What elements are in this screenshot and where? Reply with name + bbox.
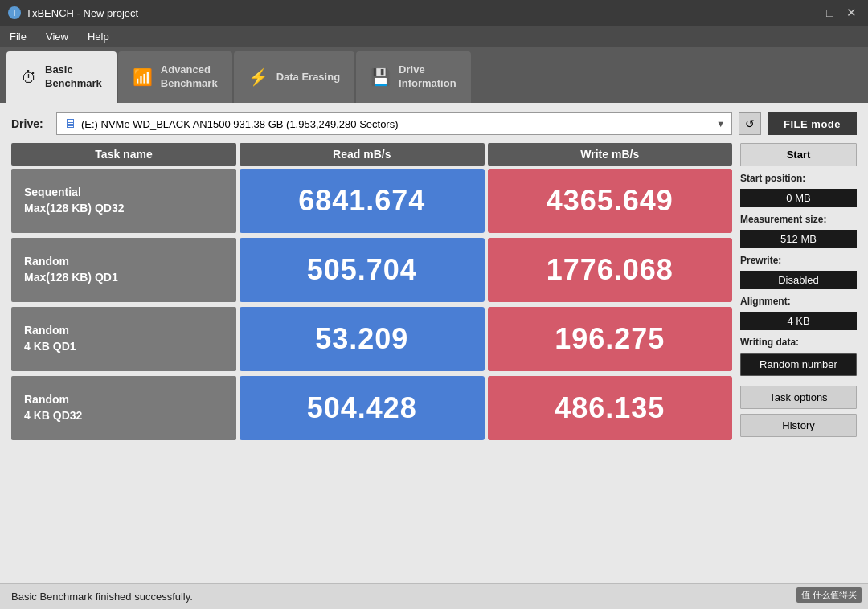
- menu-help[interactable]: Help: [84, 29, 113, 44]
- row-3-read: 504.428: [240, 376, 485, 440]
- col-header-write: Write mB/s: [488, 143, 733, 166]
- window-title: TxBENCH - New project: [26, 7, 138, 19]
- title-bar: T TxBENCH - New project — □ ✕: [0, 0, 868, 26]
- row-0-write: 4365.649: [488, 169, 733, 233]
- tab-basic-label: BasicBenchmark: [45, 63, 102, 91]
- tab-info-label: DriveInformation: [399, 63, 457, 91]
- drive-refresh-button[interactable]: ↺: [739, 112, 761, 135]
- measurement-size-value: 512 MB: [740, 230, 857, 248]
- col-header-taskname: Task name: [11, 143, 236, 166]
- table-row: Random4 KB QD1 53.209 196.275: [11, 307, 732, 371]
- menu-view[interactable]: View: [43, 29, 72, 44]
- prewrite-label: Prewrite:: [740, 255, 857, 266]
- close-button[interactable]: ✕: [843, 6, 860, 20]
- alignment-value: 4 KB: [740, 312, 857, 330]
- right-panel: Start Start position: 0 MB Measurement s…: [740, 143, 857, 575]
- benchmark-table: Task name Read mB/s Write mB/s Sequentia…: [11, 143, 732, 575]
- title-bar-controls: — □ ✕: [798, 6, 860, 20]
- prewrite-value: Disabled: [740, 271, 857, 289]
- row-2-read: 53.209: [240, 307, 485, 371]
- main-content: Drive: 🖥 (E:) NVMe WD_BLACK AN1500 931.3…: [0, 103, 868, 583]
- tab-drive-info[interactable]: 💾 DriveInformation: [356, 51, 471, 103]
- table-header: Task name Read mB/s Write mB/s: [11, 143, 732, 166]
- task-options-button[interactable]: Task options: [740, 386, 857, 409]
- drive-icon: 🖥: [63, 116, 76, 131]
- table-row: RandomMax(128 KB) QD1 505.704 1776.068: [11, 238, 732, 302]
- drive-select[interactable]: 🖥 (E:) NVMe WD_BLACK AN1500 931.38 GB (1…: [56, 112, 732, 135]
- tab-basic-benchmark[interactable]: ⏱ BasicBenchmark: [6, 51, 117, 103]
- table-rows: SequentialMax(128 KB) QD32 6841.674 4365…: [11, 169, 732, 575]
- status-text: Basic Benchmark finished successfully.: [11, 591, 193, 603]
- row-0-read: 6841.674: [240, 169, 485, 233]
- row-1-write: 1776.068: [488, 238, 733, 302]
- start-position-label: Start position:: [740, 173, 857, 184]
- table-row: SequentialMax(128 KB) QD32 6841.674 4365…: [11, 169, 732, 233]
- writing-data-label: Writing data:: [740, 337, 857, 348]
- watermark: 值 什么值得买: [796, 587, 862, 603]
- title-bar-left: T TxBENCH - New project: [8, 6, 138, 19]
- alignment-label: Alignment:: [740, 296, 857, 307]
- tab-data-erasing[interactable]: ⚡ Data Erasing: [234, 51, 354, 103]
- file-mode-button[interactable]: FILE mode: [768, 112, 857, 135]
- tab-info-icon: 💾: [371, 67, 391, 87]
- row-2-write: 196.275: [488, 307, 733, 371]
- row-0-label: SequentialMax(128 KB) QD32: [11, 169, 236, 233]
- tab-basic-icon: ⏱: [21, 68, 37, 87]
- start-position-value: 0 MB: [740, 189, 857, 207]
- minimize-button[interactable]: —: [798, 6, 817, 20]
- row-1-label: RandomMax(128 KB) QD1: [11, 238, 236, 302]
- table-row: Random4 KB QD32 504.428 486.135: [11, 376, 732, 440]
- tab-advanced-benchmark[interactable]: 📶 AdvancedBenchmark: [118, 51, 232, 103]
- tab-bar: ⏱ BasicBenchmark 📶 AdvancedBenchmark ⚡ D…: [0, 47, 868, 103]
- row-1-read: 505.704: [240, 238, 485, 302]
- drive-select-text: (E:) NVMe WD_BLACK AN1500 931.38 GB (1,9…: [81, 118, 711, 130]
- measurement-size-label: Measurement size:: [740, 214, 857, 225]
- content-wrapper: Task name Read mB/s Write mB/s Sequentia…: [11, 143, 857, 575]
- drive-label: Drive:: [11, 117, 50, 130]
- row-3-write: 486.135: [488, 376, 733, 440]
- drive-row: Drive: 🖥 (E:) NVMe WD_BLACK AN1500 931.3…: [11, 111, 857, 137]
- writing-data-value: Random number: [740, 353, 857, 376]
- drive-dropdown-arrow: ▼: [716, 119, 725, 129]
- status-bar: Basic Benchmark finished successfully.: [0, 583, 868, 609]
- tab-erasing-label: Data Erasing: [276, 71, 340, 84]
- menu-file[interactable]: File: [6, 29, 30, 44]
- menu-bar: File View Help: [0, 26, 868, 47]
- tab-advanced-icon: 📶: [133, 67, 153, 87]
- row-2-label: Random4 KB QD1: [11, 307, 236, 371]
- start-button[interactable]: Start: [740, 143, 857, 166]
- tab-erasing-icon: ⚡: [248, 67, 268, 87]
- history-button[interactable]: History: [740, 414, 857, 437]
- maximize-button[interactable]: □: [823, 6, 837, 20]
- tab-advanced-label: AdvancedBenchmark: [161, 63, 218, 91]
- row-3-label: Random4 KB QD32: [11, 376, 236, 440]
- app-icon: T: [8, 6, 21, 19]
- left-panel: Task name Read mB/s Write mB/s Sequentia…: [11, 143, 732, 575]
- col-header-read: Read mB/s: [240, 143, 485, 166]
